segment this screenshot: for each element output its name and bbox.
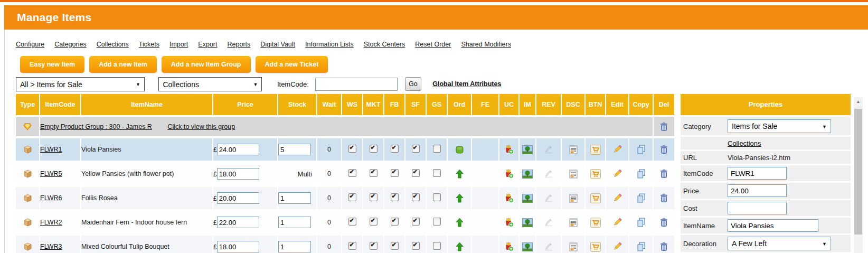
sf-checkbox[interactable]	[412, 242, 420, 250]
copy-icon[interactable]	[637, 169, 646, 179]
stock-input[interactable]	[278, 144, 311, 155]
sf-checkbox[interactable]	[412, 169, 420, 177]
stock-input[interactable]	[278, 192, 311, 204]
nav-link-import[interactable]: Import	[169, 41, 188, 48]
image-icon[interactable]	[522, 242, 533, 251]
itemcode-link[interactable]: FLWR1	[40, 146, 62, 153]
description-icon[interactable]	[569, 242, 578, 251]
ws-checkbox[interactable]	[348, 193, 356, 201]
image-icon[interactable]	[522, 145, 533, 154]
nav-link-information-lists[interactable]: Information Lists	[305, 41, 354, 48]
edit-pencil-icon[interactable]	[612, 145, 622, 154]
green-up-arrow-icon[interactable]	[456, 218, 464, 227]
edit-pencil-icon[interactable]	[612, 169, 622, 179]
ws-checkbox[interactable]	[348, 145, 356, 153]
delete-trash-icon[interactable]	[660, 169, 668, 179]
add-a-new-ticket-button[interactable]: Add a new Ticket	[256, 56, 328, 73]
cart-button-icon[interactable]	[590, 218, 601, 228]
gs-checkbox[interactable]	[433, 193, 441, 201]
cart-button-icon[interactable]	[590, 169, 601, 179]
scrollbar-thumb[interactable]	[854, 109, 862, 235]
mkt-checkbox[interactable]	[370, 193, 378, 201]
price-input[interactable]	[217, 144, 259, 155]
description-icon[interactable]	[569, 218, 578, 227]
delete-trash-icon[interactable]	[660, 242, 668, 251]
go-button[interactable]: Go	[405, 77, 421, 91]
nav-link-digital-vault[interactable]: Digital Vault	[260, 41, 295, 48]
ws-checkbox[interactable]	[348, 218, 356, 226]
green-up-arrow-icon[interactable]	[456, 242, 464, 251]
category-filter-select[interactable]: All > Items for Sale ▼	[16, 77, 145, 91]
image-icon[interactable]	[522, 218, 533, 227]
copy-icon[interactable]	[637, 242, 646, 251]
global-item-attributes-link[interactable]: Global Item Attributes	[432, 77, 501, 91]
nav-link-categories[interactable]: Categories	[54, 41, 86, 48]
collections-link[interactable]: Collections	[728, 139, 761, 147]
itemcode-link[interactable]: FLWR6	[40, 194, 62, 202]
gs-checkbox[interactable]	[433, 145, 441, 153]
price-input[interactable]	[728, 184, 787, 197]
itemcode-link[interactable]: FLWR5	[40, 170, 62, 177]
nav-link-reset-order[interactable]: Reset Order	[415, 41, 451, 48]
properties-scrollbar[interactable]: ▲	[854, 97, 863, 253]
gs-checkbox[interactable]	[433, 169, 441, 177]
nav-link-export[interactable]: Export	[198, 41, 217, 48]
fb-checkbox[interactable]	[391, 193, 399, 201]
sf-checkbox[interactable]	[412, 145, 420, 153]
ws-checkbox[interactable]	[348, 242, 356, 250]
category-select[interactable]: Items for Sale ▼	[728, 119, 831, 133]
cart-button-icon[interactable]	[590, 145, 601, 155]
fb-checkbox[interactable]	[391, 145, 399, 153]
group-link[interactable]: Empty Product Group : 300 - James R	[40, 123, 152, 130]
price-input[interactable]	[217, 192, 259, 204]
mkt-checkbox[interactable]	[370, 242, 378, 250]
stock-input[interactable]	[278, 241, 311, 252]
collections-filter-select[interactable]: Collections ▼	[158, 77, 262, 91]
itemcode-filter-input[interactable]	[315, 78, 398, 91]
uc-add-icon[interactable]	[504, 169, 514, 179]
uc-add-icon[interactable]	[504, 193, 514, 203]
nav-link-stock-centers[interactable]: Stock Centers	[364, 41, 405, 48]
mkt-checkbox[interactable]	[370, 145, 378, 153]
delete-trash-icon[interactable]	[660, 193, 668, 203]
sf-checkbox[interactable]	[412, 218, 420, 226]
green-up-arrow-icon[interactable]	[456, 169, 464, 179]
cart-button-icon[interactable]	[590, 193, 601, 203]
cart-button-icon[interactable]	[590, 242, 601, 252]
description-icon[interactable]	[569, 170, 578, 179]
uc-add-icon[interactable]	[504, 145, 514, 154]
sf-checkbox[interactable]	[412, 193, 420, 201]
decoration-select-control[interactable]: A Few Left	[728, 237, 831, 250]
edit-pencil-icon[interactable]	[612, 218, 622, 227]
delete-trash-icon[interactable]	[660, 218, 668, 227]
image-icon[interactable]	[522, 194, 533, 203]
easy-new-item-button[interactable]: Easy new Item	[20, 56, 84, 73]
collections-filter-select-control[interactable]: Collections	[158, 77, 262, 91]
price-input[interactable]	[217, 217, 259, 228]
delete-trash-icon[interactable]	[660, 145, 668, 154]
category-select-control[interactable]: Items for Sale	[728, 119, 831, 133]
add-a-new-item-group-button[interactable]: Add a new Item Group	[162, 56, 251, 73]
category-filter-select-control[interactable]: All > Items for Sale	[16, 77, 145, 91]
gs-checkbox[interactable]	[433, 242, 441, 250]
fb-checkbox[interactable]	[391, 218, 399, 226]
uc-add-icon[interactable]	[504, 242, 514, 251]
decoration-select[interactable]: A Few Left ▼	[728, 237, 831, 250]
view-group-link[interactable]: Click to view this group	[167, 123, 235, 130]
edit-pencil-icon[interactable]	[612, 242, 622, 251]
image-icon[interactable]	[522, 170, 533, 179]
mkt-checkbox[interactable]	[370, 169, 378, 177]
mkt-checkbox[interactable]	[370, 218, 378, 226]
add-a-new-item-button[interactable]: Add a new Item	[89, 56, 157, 73]
price-input[interactable]	[217, 168, 259, 180]
uc-add-icon[interactable]	[504, 218, 514, 227]
edit-pencil-icon[interactable]	[612, 193, 622, 203]
itemcode-link[interactable]: FLWR3	[40, 243, 62, 250]
nav-link-shared-modifiers[interactable]: Shared Modifiers	[461, 41, 511, 48]
ws-checkbox[interactable]	[348, 169, 356, 177]
stock-input[interactable]	[278, 217, 311, 228]
scroll-up-button[interactable]: ▲	[854, 97, 863, 106]
description-icon[interactable]	[569, 145, 578, 154]
price-input[interactable]	[217, 241, 259, 252]
copy-icon[interactable]	[637, 218, 646, 227]
